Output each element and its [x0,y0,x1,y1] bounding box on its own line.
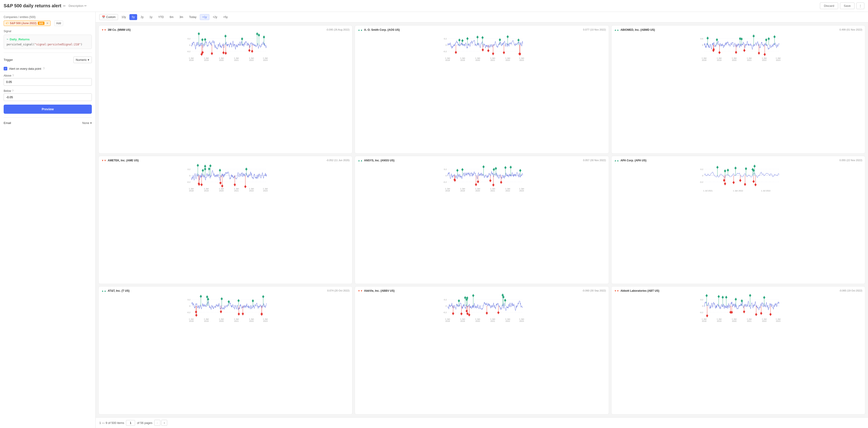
svg-marker-329 [504,299,506,302]
time-btn-plus1y[interactable]: +1y [200,14,209,20]
svg-text:1 Jul 2021: 1 Jul 2021 [703,190,713,192]
time-btn-plus2y[interactable]: +2y [210,14,220,20]
svg-marker-5 [241,37,243,40]
entities-section: Companies / entities (500) 🏷 S&P 500 (Ju… [4,16,92,26]
svg-marker-289 [200,295,202,298]
chart-title-row: ▲▲ APA Corp. (APA US) [614,159,647,162]
svg-text:2018: 2018 [189,59,194,61]
svg-text:2019: 2019 [460,320,465,322]
svg-text:0: 0 [702,305,703,307]
signal-icon: ~ [7,38,8,41]
svg-marker-383 [741,299,743,302]
svg-text:2022: 2022 [505,190,510,192]
time-btn-1y[interactable]: 1y [147,14,155,20]
add-entity-button[interactable]: Add [54,21,63,26]
svg-marker-7 [263,35,265,39]
alert-checkbox[interactable] [4,67,7,70]
svg-text:2021: 2021 [234,59,239,61]
save-button[interactable]: Save [840,2,855,9]
svg-marker-57 [499,38,501,41]
chart-company-name: APA Corp. (APA US) [620,159,646,162]
svg-marker-15 [201,38,204,41]
chart-value: 0.077 (10 Nov 2022) [583,28,606,31]
time-btn-6m[interactable]: 6m [167,14,176,20]
more-options-button[interactable]: ⋮ [857,2,864,9]
trigger-select[interactable]: Numeric ▾ [73,57,92,63]
preview-button[interactable]: Preview [4,104,92,114]
description-button[interactable]: Description ✏ [69,4,87,7]
time-btn-plus5y[interactable]: +5y [221,14,230,20]
below-input[interactable] [4,93,92,101]
entity-remove-button[interactable]: ✕ [46,22,49,25]
prev-page-button[interactable]: ‹ [154,420,160,426]
svg-marker-31 [225,52,227,55]
svg-marker-250 [734,166,737,170]
svg-marker-158 [204,167,206,171]
email-select[interactable]: None ▾ [82,121,92,125]
svg-marker-387 [763,296,765,299]
direction-icon: ▼▼ [358,289,363,292]
chart-header: ▲▲ ANSYS, Inc. (ANSS US) 0.057 (30 Nov 2… [358,159,606,162]
svg-marker-196 [495,167,497,170]
below-help-icon[interactable]: ? [12,89,14,93]
svg-marker-27 [248,49,251,52]
page-title: S&P 500 daily returns alert [4,3,61,8]
chart-value: -0.095 (26 Aug 2022) [326,28,349,31]
time-btn-3m[interactable]: 3m [177,14,186,20]
svg-text:2022: 2022 [762,59,766,61]
email-section: Email None ▾ [4,121,92,125]
divider-2 [4,117,92,118]
next-page-button[interactable]: › [161,420,167,426]
svg-marker-307 [195,314,197,317]
time-btn-today[interactable]: Today [187,14,199,20]
chart-title-row: ▲▲ AT&T, Inc. (T US) [101,289,130,293]
svg-marker-113 [707,36,709,40]
svg-marker-150 [245,167,247,171]
signal-section: Signal ~ Daily_Returns persisted_signal(… [4,30,92,49]
page-input[interactable] [126,420,135,426]
charts-grid: ▼▼ 3M Co. (MMM US) -0.095 (26 Aug 2022) … [96,23,868,417]
svg-marker-3 [198,32,200,35]
edit-title-icon[interactable]: ✏ [63,4,66,8]
time-btn-ytd[interactable]: YTD [156,14,166,20]
discard-button[interactable]: Discard [820,2,838,9]
time-btn-2y[interactable]: 2y [138,14,146,20]
chart-area: 0.2 0 -0.2 1 Jan20181 Jan20191 Jan20201 … [358,163,606,192]
svg-text:2022: 2022 [249,190,254,192]
chart-title-row: ▼▼ 3M Co. (MMM US) [101,28,130,31]
svg-marker-260 [744,183,746,186]
trigger-section: Trigger Numeric ▾ [4,57,92,63]
svg-marker-63 [458,38,461,42]
chart-area: 0.2 0 -0.2 1 Jan20181 Jan20191 Jan20201 … [358,293,606,323]
svg-marker-246 [727,169,729,172]
svg-marker-101 [752,34,755,38]
alert-help-icon[interactable]: ? [43,67,45,70]
svg-text:2022: 2022 [249,59,254,61]
svg-text:0.2: 0.2 [187,38,190,40]
time-btn-10y[interactable]: 10y [119,14,128,20]
time-btn-5y[interactable]: 5y [129,14,137,20]
chart-title-row: ▼▼ Abbott Laboratories (ABT US) [614,289,659,293]
svg-marker-25 [251,50,253,53]
svg-text:-0.2: -0.2 [700,181,703,183]
svg-marker-154 [202,169,204,172]
svg-marker-156 [219,169,221,172]
svg-marker-258 [739,179,741,182]
svg-marker-381 [705,294,708,298]
entities-label: Companies / entities (500) [4,16,92,19]
above-help-icon[interactable]: ? [12,74,14,77]
custom-date-button[interactable]: 📅 Custom [99,14,118,20]
svg-text:2023: 2023 [776,320,780,322]
svg-marker-55 [466,37,469,40]
svg-marker-270 [723,179,725,182]
svg-marker-385 [735,298,737,301]
svg-text:2021: 2021 [747,320,751,322]
svg-marker-160 [196,164,199,167]
above-input[interactable] [4,78,92,86]
chart-title-row: ▲▲ ABIOMED, Inc. (ABMD US) [614,28,655,31]
svg-marker-347 [452,312,454,315]
direction-icon: ▲▲ [358,159,363,162]
svg-text:2023: 2023 [263,320,268,322]
svg-text:0: 0 [189,175,190,177]
pagination-range: 1 — 9 of 500 items [99,421,124,425]
